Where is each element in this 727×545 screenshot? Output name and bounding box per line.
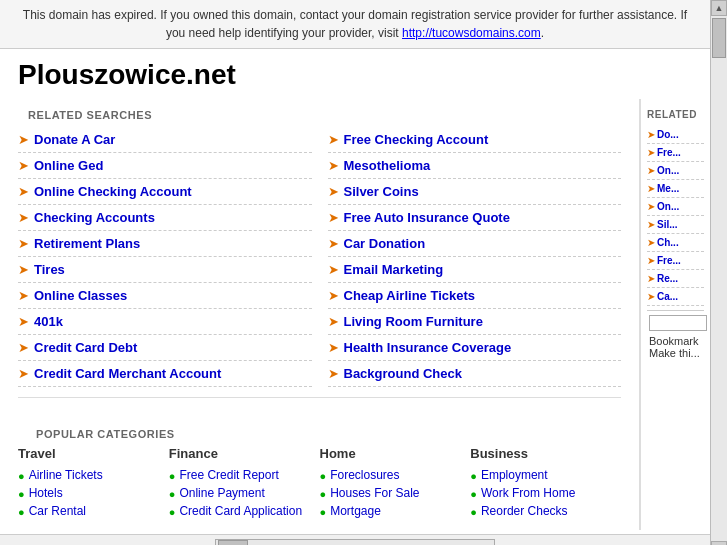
scroll-track[interactable] xyxy=(711,16,727,541)
search-link[interactable]: Living Room Furniture xyxy=(344,314,483,329)
search-link[interactable]: Free Checking Account xyxy=(344,132,489,147)
popular-link[interactable]: Foreclosures xyxy=(330,468,399,482)
search-link[interactable]: 401k xyxy=(34,314,63,329)
search-link[interactable]: Online Classes xyxy=(34,288,127,303)
arrow-icon: ➤ xyxy=(18,236,29,251)
popular-heading: Travel xyxy=(18,446,159,461)
search-item: ➤Online Ged xyxy=(18,153,312,179)
search-link[interactable]: Credit Card Merchant Account xyxy=(34,366,221,381)
arrow-icon: ➤ xyxy=(328,314,339,329)
arrow-icon: ➤ xyxy=(647,147,655,158)
scroll-down-arrow[interactable]: ▼ xyxy=(711,541,727,545)
arrow-icon: ➤ xyxy=(647,165,655,176)
arrow-icon: ➤ xyxy=(328,340,339,355)
popular-link[interactable]: Hotels xyxy=(29,486,63,500)
sidebar-link[interactable]: Sil... xyxy=(657,219,678,230)
main-content: RELATED SEARCHES ➤Donate A Car➤Online Ge… xyxy=(0,99,640,530)
sidebar-link[interactable]: Fre... xyxy=(657,147,681,158)
search-link[interactable]: Tires xyxy=(34,262,65,277)
sidebar-link[interactable]: Fre... xyxy=(657,255,681,266)
popular-link[interactable]: Online Payment xyxy=(179,486,264,500)
sidebar-item: ➤Ca... xyxy=(647,288,704,306)
search-item: ➤Free Auto Insurance Quote xyxy=(328,205,622,231)
popular-link[interactable]: Work From Home xyxy=(481,486,575,500)
bullet-icon: ● xyxy=(470,488,477,500)
popular-link[interactable]: Free Credit Report xyxy=(179,468,278,482)
arrow-icon: ➤ xyxy=(328,158,339,173)
search-item: ➤Cheap Airline Tickets xyxy=(328,283,622,309)
search-link[interactable]: Online Checking Account xyxy=(34,184,192,199)
bottom-scrollbar[interactable] xyxy=(0,534,710,545)
sidebar-link[interactable]: On... xyxy=(657,201,679,212)
search-link[interactable]: Credit Card Debt xyxy=(34,340,137,355)
top-notice: This domain has expired. If you owned th… xyxy=(0,0,710,49)
bullet-icon: ● xyxy=(169,488,176,500)
search-link[interactable]: Donate A Car xyxy=(34,132,115,147)
popular-list-item: ●Airline Tickets xyxy=(18,466,159,484)
related-searches-label: RELATED SEARCHES xyxy=(10,99,629,127)
bullet-icon: ● xyxy=(320,470,327,482)
search-link[interactable]: Checking Accounts xyxy=(34,210,155,225)
popular-list-item: ●Mortgage xyxy=(320,502,461,520)
popular-grid: Travel●Airline Tickets●Hotels●Car Rental… xyxy=(18,446,621,520)
popular-heading: Home xyxy=(320,446,461,461)
searches-col-1: ➤Donate A Car➤Online Ged➤Online Checking… xyxy=(10,127,320,387)
search-link[interactable]: Retirement Plans xyxy=(34,236,140,251)
sidebar-item: ➤Re... xyxy=(647,270,704,288)
arrow-icon: ➤ xyxy=(328,184,339,199)
search-item: ➤Retirement Plans xyxy=(18,231,312,257)
bullet-icon: ● xyxy=(169,506,176,518)
sidebar-label: RELATED xyxy=(647,99,704,126)
popular-heading: Finance xyxy=(169,446,310,461)
notice-text: This domain has expired. If you owned th… xyxy=(23,8,687,40)
search-item: ➤Tires xyxy=(18,257,312,283)
popular-link[interactable]: Houses For Sale xyxy=(330,486,419,500)
horizontal-scrollbar[interactable] xyxy=(215,539,495,545)
search-link[interactable]: Background Check xyxy=(344,366,462,381)
search-link[interactable]: Car Donation xyxy=(344,236,426,251)
search-link[interactable]: Cheap Airline Tickets xyxy=(344,288,476,303)
sidebar-link[interactable]: Ca... xyxy=(657,291,678,302)
bookmark-line2: Make thi... xyxy=(649,347,702,359)
sidebar-link[interactable]: Ch... xyxy=(657,237,679,248)
search-item: ➤401k xyxy=(18,309,312,335)
search-link[interactable]: Email Marketing xyxy=(344,262,444,277)
bullet-icon: ● xyxy=(320,506,327,518)
arrow-icon: ➤ xyxy=(328,288,339,303)
sidebar-link[interactable]: Do... xyxy=(657,129,679,140)
bookmark-input[interactable] xyxy=(649,315,707,331)
scroll-up-arrow[interactable]: ▲ xyxy=(711,0,727,16)
popular-link[interactable]: Airline Tickets xyxy=(29,468,103,482)
popular-list-item: ●Online Payment xyxy=(169,484,310,502)
bullet-icon: ● xyxy=(18,488,25,500)
sidebar-item: ➤Fre... xyxy=(647,144,704,162)
scroll-thumb[interactable] xyxy=(712,18,726,58)
sidebar-item: ➤Fre... xyxy=(647,252,704,270)
popular-link[interactable]: Car Rental xyxy=(29,504,86,518)
popular-link[interactable]: Mortgage xyxy=(330,504,381,518)
search-item: ➤Credit Card Merchant Account xyxy=(18,361,312,387)
search-item: ➤Credit Card Debt xyxy=(18,335,312,361)
popular-list-item: ●Hotels xyxy=(18,484,159,502)
notice-link[interactable]: http://tucowsdomains.com xyxy=(402,26,541,40)
related-searches-section: RELATED SEARCHES ➤Donate A Car➤Online Ge… xyxy=(0,99,639,387)
arrow-icon: ➤ xyxy=(647,291,655,302)
right-scrollbar[interactable]: ▲ ▼ xyxy=(710,0,727,545)
sidebar-link[interactable]: Me... xyxy=(657,183,679,194)
search-link[interactable]: Mesothelioma xyxy=(344,158,431,173)
popular-link[interactable]: Employment xyxy=(481,468,548,482)
popular-link[interactable]: Reorder Checks xyxy=(481,504,568,518)
sidebar-link[interactable]: On... xyxy=(657,165,679,176)
arrow-icon: ➤ xyxy=(328,262,339,277)
popular-link[interactable]: Credit Card Application xyxy=(179,504,302,518)
search-item: ➤Online Checking Account xyxy=(18,179,312,205)
search-link[interactable]: Health Insurance Coverage xyxy=(344,340,512,355)
sidebar-link[interactable]: Re... xyxy=(657,273,678,284)
scrollbar-thumb-h[interactable] xyxy=(218,540,248,545)
search-link[interactable]: Online Ged xyxy=(34,158,103,173)
search-link[interactable]: Silver Coins xyxy=(344,184,419,199)
arrow-icon: ➤ xyxy=(18,340,29,355)
search-item: ➤Health Insurance Coverage xyxy=(328,335,622,361)
bullet-icon: ● xyxy=(18,506,25,518)
search-link[interactable]: Free Auto Insurance Quote xyxy=(344,210,510,225)
